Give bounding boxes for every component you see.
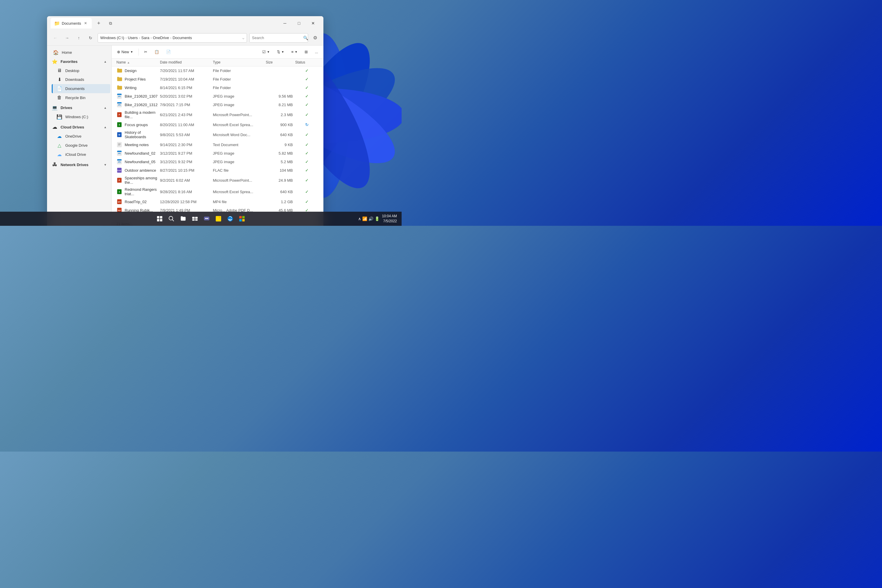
breadcrumb-documents[interactable]: Documents xyxy=(172,36,192,40)
table-row[interactable]: Meeting notes 9/14/2021 2:30 PM Text Doc… xyxy=(112,141,323,149)
battery-icon[interactable]: 🔋 xyxy=(375,216,380,221)
sidebar-google-drive-label: Google Drive xyxy=(65,143,88,148)
header-type[interactable]: Type xyxy=(213,60,266,64)
taskbar-store-button[interactable] xyxy=(237,214,247,224)
sidebar-item-google-drive[interactable]: △ Google Drive xyxy=(52,141,110,150)
forward-button[interactable]: → xyxy=(62,33,72,43)
minimize-button[interactable]: ─ xyxy=(278,18,292,28)
sidebar-item-home[interactable]: 🏠 Home xyxy=(48,48,110,57)
volume-icon[interactable]: 🔊 xyxy=(368,216,374,221)
table-row[interactable]: Design 7/20/2021 11:57 AM File Folder ✓ xyxy=(112,66,323,75)
taskbar-sticky-notes-button[interactable] xyxy=(214,214,223,224)
search-input[interactable] xyxy=(252,36,302,40)
sidebar-item-desktop[interactable]: 🖥 Desktop xyxy=(52,66,110,75)
view-mode-button[interactable]: ≡ ▼ xyxy=(288,47,301,57)
file-status-cell: ✓ xyxy=(295,189,319,194)
sort-dropdown-icon: ▼ xyxy=(281,50,284,54)
table-row[interactable]: JPG Bike_210620_1307 5/20/2021 3:02 PM J… xyxy=(112,92,323,100)
sidebar-cloud-header[interactable]: ☁ Cloud Drives ▲ xyxy=(47,123,111,132)
sort-button[interactable]: ⇅ ▼ xyxy=(274,47,287,57)
table-row[interactable]: MP4 RoadTrip_02 12/28/2020 12:58 PM MP4 … xyxy=(112,198,323,206)
breadcrumb-drive[interactable]: Windows (C:\) xyxy=(100,36,124,40)
breadcrumb-sara[interactable]: Sara xyxy=(141,36,149,40)
window-controls: ─ □ ✕ xyxy=(278,18,320,28)
table-row[interactable]: JPG Bike_210620_1312 7/9/2021 7:15 PM JP… xyxy=(112,100,323,109)
file-name-cell: Writing xyxy=(116,85,160,90)
sidebar-item-recycle-bin[interactable]: 🗑 Recycle Bin xyxy=(52,93,110,102)
up-button[interactable]: ↑ xyxy=(74,33,84,43)
table-row[interactable]: FLAC Outdoor ambience 8/27/2021 10:15 PM… xyxy=(112,166,323,175)
sidebar-item-downloads[interactable]: ⬇ Downloads xyxy=(52,75,110,84)
sidebar-cloud-label: Cloud Drives xyxy=(61,125,84,129)
details-button[interactable]: ⊞ xyxy=(302,47,311,57)
more-options-button[interactable]: ... xyxy=(312,47,321,57)
clock-date: 7/5/2022 xyxy=(382,219,397,224)
tab-switch-button[interactable]: ⧉ xyxy=(106,18,115,28)
settings-button[interactable]: ⚙ xyxy=(310,33,320,43)
maximize-button[interactable]: □ xyxy=(292,18,306,28)
table-row[interactable]: P Spaceships among the... 9/2/2021 6:02 … xyxy=(112,175,323,186)
table-row[interactable]: Writing 8/14/2021 6:15 PM File Folder ✓ xyxy=(112,84,323,92)
close-button[interactable]: ✕ xyxy=(306,18,320,28)
header-status[interactable]: Status xyxy=(295,60,319,64)
svg-text:FLAC: FLAC xyxy=(117,170,122,171)
new-dropdown-icon: ▼ xyxy=(130,50,133,54)
file-name: History of Skateboards xyxy=(124,130,160,139)
taskbar-search-button[interactable] xyxy=(167,214,176,224)
sidebar-favorites-header[interactable]: ⭐ Favorites ▲ xyxy=(47,57,111,66)
paste-button[interactable]: 📄 xyxy=(163,47,174,57)
sidebar-documents-label: Documents xyxy=(65,86,85,91)
svg-rect-60 xyxy=(242,216,244,219)
svg-point-56 xyxy=(206,218,207,219)
check-status-icon: ✓ xyxy=(305,151,309,156)
file-size: 9.56 MB xyxy=(266,94,295,99)
sidebar-network-header[interactable]: 🖧 Network Drives ▼ xyxy=(47,160,111,169)
breadcrumb-users[interactable]: Users xyxy=(128,36,138,40)
file-date: 9/8/2021 5:53 AM xyxy=(160,133,213,137)
table-row[interactable]: X Redmond Rangers triat... 9/28/2021 8:1… xyxy=(112,186,323,198)
view-checkboxes-button[interactable]: ☑ ▼ xyxy=(259,47,273,57)
file-status-cell: ✓ xyxy=(295,85,319,90)
svg-text:PDF: PDF xyxy=(118,210,121,212)
address-bar[interactable]: Windows (C:\) › Users › Sara › OneDrive … xyxy=(98,33,247,43)
table-row[interactable]: JPG Newfoundland_05 3/12/2021 9:32 PM JP… xyxy=(112,158,323,166)
taskbar-start-button[interactable] xyxy=(155,214,164,224)
cut-button[interactable]: ✂ xyxy=(141,47,150,57)
table-row[interactable]: Project Files 7/19/2021 10:04 AM File Fo… xyxy=(112,75,323,84)
taskbar-chat-button[interactable] xyxy=(202,214,212,224)
header-size[interactable]: Size xyxy=(266,60,295,64)
address-dropdown-button[interactable]: ⌵ xyxy=(242,36,244,40)
back-button[interactable]: ← xyxy=(51,33,60,43)
table-row[interactable]: X Focus groups 8/20/2021 11:00 AM Micros… xyxy=(112,120,323,129)
new-tab-button[interactable]: + xyxy=(94,18,104,28)
header-name[interactable]: Name ▲ xyxy=(116,60,160,64)
window-tab[interactable]: 📁 Documents ✕ xyxy=(51,18,92,28)
table-row[interactable]: W History of Skateboards 9/8/2021 5:53 A… xyxy=(112,129,323,141)
search-bar[interactable]: 🔍 xyxy=(249,33,308,43)
header-date[interactable]: Date modified xyxy=(160,60,213,64)
refresh-button[interactable]: ↻ xyxy=(86,33,95,43)
sidebar-item-icloud-drive[interactable]: ☁ iCloud Drive xyxy=(52,150,110,159)
sidebar-drives-header[interactable]: 💻 Drives ▲ xyxy=(47,103,111,112)
check-status-icon: ✓ xyxy=(305,168,309,172)
wifi-icon[interactable]: 📶 xyxy=(362,216,367,221)
toolbar-divider-1 xyxy=(138,48,139,56)
taskbar-files-button[interactable] xyxy=(178,214,188,224)
home-icon: 🏠 xyxy=(53,50,59,55)
taskbar-edge-button[interactable] xyxy=(225,214,235,224)
file-status-cell: ✓ xyxy=(295,132,319,137)
table-row[interactable]: P Building a modern file... 6/21/2021 2:… xyxy=(112,109,323,120)
chevron-up-icon[interactable]: ∧ xyxy=(358,216,361,221)
taskbar-clock[interactable]: 10:04 AM 7/5/2022 xyxy=(382,214,397,224)
search-icon[interactable]: 🔍 xyxy=(303,36,308,40)
file-name: Writing xyxy=(124,86,136,90)
breadcrumb-onedrive[interactable]: OneDrive xyxy=(153,36,169,40)
sidebar-item-windows-c[interactable]: 💾 Windows (C:) xyxy=(52,112,110,122)
new-button[interactable]: ⊕ New ▼ xyxy=(114,47,136,57)
copy-button[interactable]: 📋 xyxy=(152,47,162,57)
close-tab-button[interactable]: ✕ xyxy=(83,21,88,26)
sidebar-item-documents[interactable]: 📄 Documents xyxy=(52,84,110,93)
sidebar-item-onedrive[interactable]: ☁ OneDrive xyxy=(52,132,110,141)
taskbar-multitasking-button[interactable] xyxy=(190,214,200,224)
table-row[interactable]: JPG Newfoundland_02 3/12/2021 9:27 PM JP… xyxy=(112,149,323,158)
